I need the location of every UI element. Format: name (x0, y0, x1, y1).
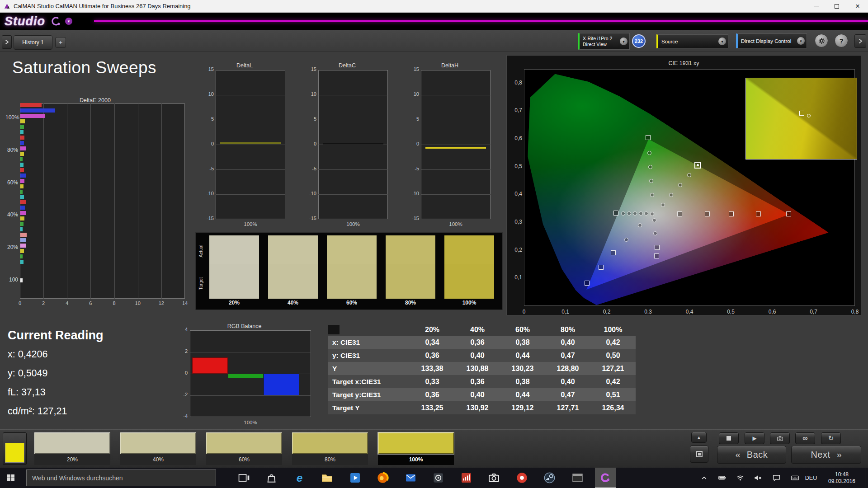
swatch-color (378, 432, 454, 454)
taskbar-icon-media-player[interactable] (428, 468, 449, 488)
volume-mute-icon[interactable] (750, 468, 765, 488)
target-row-label: Target (196, 269, 207, 298)
next-button[interactable]: Next » (791, 446, 861, 464)
axis-tick-label: 0,5 (724, 309, 738, 315)
taskbar-icon-firefox[interactable] (373, 468, 393, 488)
keyboard-icon[interactable] (787, 468, 802, 488)
grid-line (43, 103, 44, 299)
taskbar-icon-camera[interactable] (484, 468, 505, 488)
grid-line (318, 145, 388, 145)
reading-cdm2: cd/m²: 127,21 (8, 406, 170, 425)
taskbar-search[interactable] (26, 469, 216, 486)
rgb-balance-bar (264, 374, 299, 395)
chevron-down-icon[interactable]: ▾ (797, 37, 805, 45)
stop-button[interactable] (719, 432, 739, 444)
chevron-right-icon: » (837, 450, 842, 460)
level-swatch-60%[interactable]: 60% (206, 432, 282, 465)
delta-e-bar (20, 249, 24, 253)
level-swatch-20%[interactable]: 20% (34, 432, 110, 465)
axis-tick-label: 60% (5, 179, 18, 186)
brand-menu-button[interactable]: ▾ (65, 18, 72, 25)
axis-tick-label: 0,1 (509, 274, 522, 281)
inset-measurement-marker (807, 114, 811, 117)
expand-panel-right-button[interactable] (854, 34, 866, 48)
axis-tick-label: 14 (178, 300, 192, 306)
taskbar-icon-calman[interactable] (595, 468, 616, 488)
chevron-up-icon[interactable] (696, 468, 712, 488)
clock[interactable]: 10:48 09.03.2016 (822, 468, 862, 488)
taskbar-icon-console[interactable] (567, 468, 588, 488)
taskbar-icon-task-view[interactable] (233, 468, 254, 488)
row-label: y: CIE31 (328, 349, 410, 362)
level-swatch-80%[interactable]: 80% (292, 432, 368, 465)
grid-line (421, 194, 491, 195)
table-cell: 130,23 (500, 362, 545, 375)
meter-status-badge[interactable]: 232 (632, 34, 646, 48)
taskbar-icon-browser[interactable] (511, 468, 532, 488)
delta-e-bar (20, 136, 24, 140)
close-button[interactable]: × (847, 0, 868, 12)
capture-button[interactable] (770, 432, 790, 444)
tab-history-1[interactable]: History 1 (14, 35, 52, 50)
grid-line (90, 103, 91, 299)
taskbar-icon-steam[interactable] (539, 468, 560, 488)
maximize-icon (835, 4, 839, 9)
square-icon (696, 451, 703, 457)
row-label: Target x:CIE31 (328, 375, 410, 388)
blackout-button[interactable] (690, 446, 708, 463)
add-tab-button[interactable]: + (55, 37, 66, 48)
reading-y: y: 0,5049 (8, 368, 170, 387)
chevron-down-icon[interactable]: ▾ (620, 38, 627, 45)
target-swatch (209, 264, 259, 299)
taskbar-icon-mail[interactable] (400, 468, 421, 488)
delta-e-bar (20, 130, 24, 134)
battery-icon[interactable] (714, 468, 730, 488)
axis-tick-label: 0 (13, 300, 27, 306)
help-button[interactable]: ? (835, 34, 848, 47)
axis-tick-label: 100% (5, 114, 18, 121)
search-input[interactable] (27, 474, 216, 482)
meter-dropdown[interactable]: X-Rite i1Pro 2 Direct View ▾ (578, 33, 630, 50)
language-indicator[interactable]: DEU (802, 468, 821, 488)
table-cell: 126,34 (590, 401, 636, 414)
taskbar-icon-steps[interactable] (456, 468, 476, 488)
delta-e-bar (20, 168, 24, 172)
chevron-right-icon (858, 38, 863, 44)
delta-e-bar (20, 103, 42, 107)
main-content: Saturation Sweeps DeltaE 2000 0246810121… (0, 52, 868, 429)
continuous-read-button[interactable]: ∞ (795, 432, 815, 444)
level-swatch-40%[interactable]: 40% (120, 432, 196, 465)
collapse-panel-button[interactable]: ▲ (691, 432, 707, 443)
play-button[interactable]: ▶ (745, 432, 764, 444)
display-control-dropdown[interactable]: Direct Display Control ▾ (736, 33, 807, 48)
delta-e-bar (20, 179, 24, 183)
taskbar-icon-edge[interactable]: e (289, 468, 310, 488)
start-button[interactable] (0, 468, 22, 488)
table-cell: 0,47 (545, 349, 590, 362)
taskbar-icon-store[interactable] (261, 468, 282, 488)
delta-e-bar (20, 141, 24, 145)
back-button[interactable]: « Back (717, 446, 786, 464)
axis-tick-label: 40% (5, 211, 18, 218)
settings-button[interactable] (815, 34, 828, 47)
refresh-button[interactable]: ↻ (821, 432, 841, 444)
table-cell: 127,71 (545, 401, 590, 414)
level-swatch-100%[interactable]: 100% (378, 432, 454, 465)
taskbar-icon-movies[interactable] (344, 468, 365, 488)
taskbar-icon-file-explorer[interactable] (317, 468, 338, 488)
chevron-down-icon[interactable]: ▾ (718, 38, 726, 45)
swatch-label: 100% (444, 300, 494, 306)
maximize-button[interactable] (826, 0, 847, 12)
grid-line (138, 103, 138, 299)
message-icon[interactable] (769, 468, 784, 488)
axis-tick-label: 0 (517, 309, 531, 315)
show-desktop-button[interactable] (865, 468, 868, 488)
expand-history-panel-button[interactable] (2, 35, 12, 49)
studio-logo: Studio (5, 14, 45, 28)
minimize-button[interactable] (806, 0, 826, 12)
delta-e-bar (20, 174, 26, 178)
source-dropdown[interactable]: Source ▾ (656, 34, 728, 48)
wifi-icon[interactable] (732, 468, 748, 488)
axis-tick-label: 4 (60, 300, 74, 306)
calman-swirl-icon (47, 14, 62, 28)
